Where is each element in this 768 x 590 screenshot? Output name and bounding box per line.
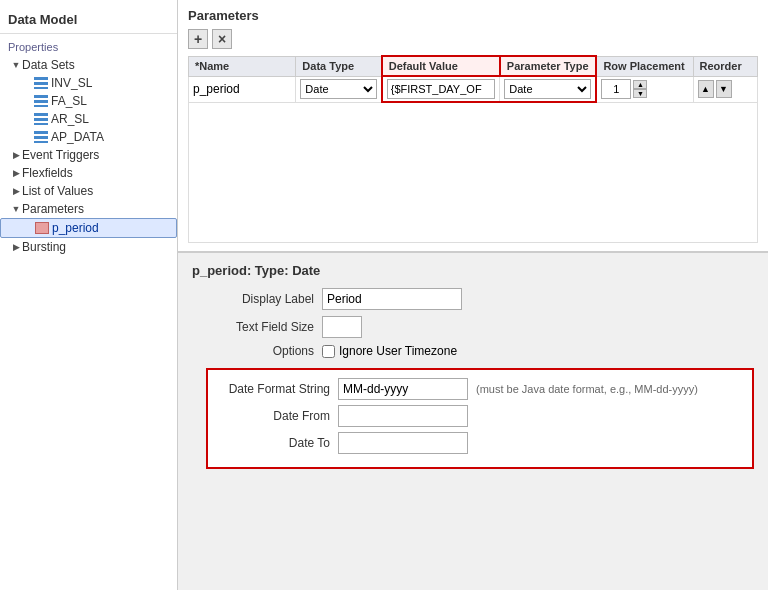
col-header-row-placement: Row Placement [596,56,693,76]
label-list-of-values: List of Values [22,184,93,198]
sidebar-item-bursting[interactable]: ▶ Bursting [0,238,177,256]
date-format-string-label: Date Format String [218,382,338,396]
paramtype-select[interactable]: Date [504,79,591,99]
arrow-data-sets: ▼ [10,60,22,70]
text-field-size-row: Text Field Size [192,316,754,338]
date-to-input[interactable] [338,432,468,454]
label-flexfields: Flexfields [22,166,73,180]
properties-label: Properties [0,38,177,56]
sidebar-item-data-sets[interactable]: ▼ Data Sets [0,56,177,74]
col-header-param-type: Parameter Type [500,56,597,76]
date-from-label: Date From [218,409,338,423]
label-ap-data: AP_DATA [51,130,104,144]
date-format-box: Date Format String (must be Java date fo… [206,368,754,469]
default-value-input[interactable] [387,79,496,99]
cell-row-placement: ▲ ▼ [596,76,693,102]
col-header-name-label: *Name [195,60,229,72]
row-placement-input[interactable] [601,79,631,99]
col-header-rowplace-label: Row Placement [603,60,684,72]
label-fa-sl: FA_SL [51,94,87,108]
label-parameters: Parameters [22,202,84,216]
display-label-row: Display Label [192,288,754,310]
cell-datatype: Date [296,76,382,102]
datatype-select[interactable]: Date [300,79,376,99]
arrow-bursting: ▶ [10,242,22,252]
reorder-down-button[interactable]: ▼ [716,80,732,98]
row-placement-spinner: ▲ ▼ [601,79,688,99]
reorder-up-button[interactable]: ▲ [698,80,714,98]
sidebar-item-ap-data[interactable]: AP_DATA [0,128,177,146]
cell-name-value: p_period [193,82,240,96]
display-label-input[interactable] [322,288,462,310]
date-format-string-input[interactable] [338,378,468,400]
label-data-sets: Data Sets [22,58,75,72]
sidebar-item-p-period[interactable]: p_period [0,218,177,238]
table-row: p_period Date Date [189,76,758,102]
col-header-reorder-label: Reorder [700,60,742,72]
text-field-size-field [322,316,754,338]
date-to-row: Date To [218,432,742,454]
text-field-size-label: Text Field Size [192,320,322,334]
col-header-default-label: Default Value [389,60,458,72]
params-toolbar: + × [188,29,758,49]
sidebar-item-list-of-values[interactable]: ▶ List of Values [0,182,177,200]
sidebar: Data Model Properties ▼ Data Sets INV_SL… [0,0,178,590]
date-to-label: Date To [218,436,338,450]
label-event-triggers: Event Triggers [22,148,99,162]
options-label: Options [192,344,322,358]
arrow-list-of-values: ▶ [10,186,22,196]
col-header-name: *Name [189,56,296,76]
param-icon-p-period [35,222,49,234]
sidebar-item-parameters[interactable]: ▼ Parameters [0,200,177,218]
sidebar-title: Data Model [0,8,177,34]
label-p-period: p_period [52,221,99,235]
cell-param-type: Date [500,76,597,102]
arrow-event-triggers: ▶ [10,150,22,160]
dataset-icon-inv-sl [34,77,48,89]
reorder-buttons: ▲ ▼ [698,80,753,98]
options-field: Ignore User Timezone [322,344,754,358]
spinner-down-button[interactable]: ▼ [633,89,647,98]
options-row: Options Ignore User Timezone [192,344,754,358]
cell-name: p_period [189,76,296,102]
parameters-title: Parameters [188,8,758,23]
arrow-flexfields: ▶ [10,168,22,178]
ignore-timezone-checkbox[interactable] [322,345,335,358]
date-format-string-row: Date Format String (must be Java date fo… [218,378,742,400]
date-format-container: Date Format String (must be Java date fo… [206,364,754,469]
cell-default-value [382,76,500,102]
parameters-table: *Name Data Type Default Value Parameter … [188,55,758,103]
remove-parameter-button[interactable]: × [212,29,232,49]
dataset-icon-ar-sl [34,113,48,125]
label-bursting: Bursting [22,240,66,254]
sidebar-item-ar-sl[interactable]: AR_SL [0,110,177,128]
sidebar-item-fa-sl[interactable]: FA_SL [0,92,177,110]
col-header-paramtype-label: Parameter Type [507,60,589,72]
details-section: p_period: Type: Date Display Label Text … [178,253,768,590]
spinner-buttons: ▲ ▼ [633,80,647,98]
details-title: p_period: Type: Date [192,263,754,278]
text-field-size-input[interactable] [322,316,362,338]
table-empty-area [188,103,758,243]
col-header-default-value: Default Value [382,56,500,76]
dataset-icon-fa-sl [34,95,48,107]
add-parameter-button[interactable]: + [188,29,208,49]
date-from-input[interactable] [338,405,468,427]
label-ar-sl: AR_SL [51,112,89,126]
ignore-timezone-text: Ignore User Timezone [339,344,457,358]
arrow-parameters: ▼ [10,204,22,214]
label-inv-sl: INV_SL [51,76,92,90]
col-header-datatype-label: Data Type [302,60,354,72]
cell-reorder: ▲ ▼ [693,76,757,102]
display-label-label: Display Label [192,292,322,306]
sidebar-item-event-triggers[interactable]: ▶ Event Triggers [0,146,177,164]
sidebar-item-flexfields[interactable]: ▶ Flexfields [0,164,177,182]
main-content: Parameters + × *Name Data Type Default V… [178,0,768,590]
col-header-reorder: Reorder [693,56,757,76]
dataset-icon-ap-data [34,131,48,143]
parameters-section: Parameters + × *Name Data Type Default V… [178,0,768,253]
date-from-row: Date From [218,405,742,427]
date-format-hint: (must be Java date format, e.g., MM-dd-y… [476,383,698,395]
spinner-up-button[interactable]: ▲ [633,80,647,89]
sidebar-item-inv-sl[interactable]: INV_SL [0,74,177,92]
